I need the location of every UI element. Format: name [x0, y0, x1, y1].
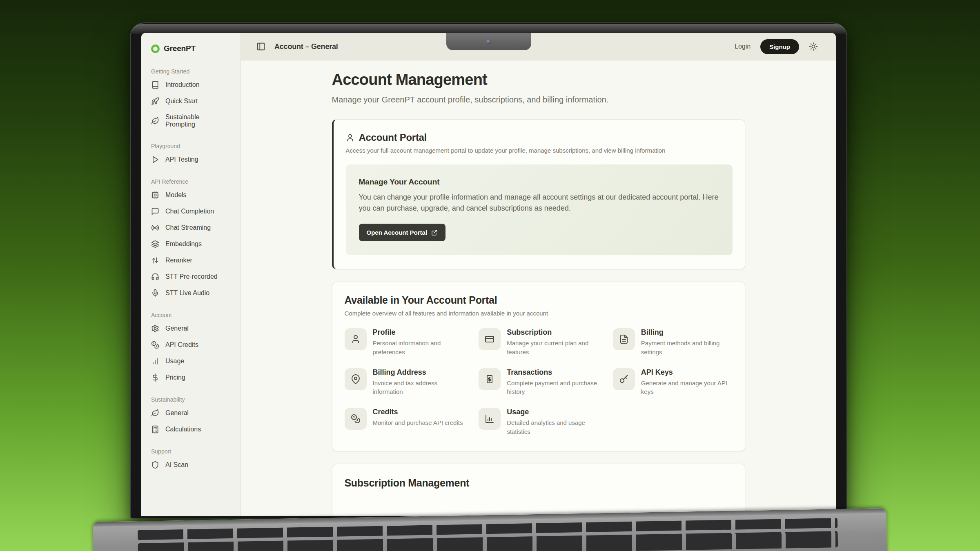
- content-column: Account – General Login Signup Account M…: [241, 33, 836, 516]
- headphones-icon: [151, 273, 159, 281]
- feature-title: Billing Address: [373, 368, 464, 377]
- sidebar-item-label: Reranker: [165, 257, 192, 264]
- sidebar-item-sustainability-general[interactable]: General: [141, 405, 241, 421]
- sidebar-item-label: Models: [165, 191, 187, 199]
- sidebar-section-account: Account General API Credits Usage Pricin…: [141, 312, 241, 386]
- sidebar-item-label: Quick Start: [165, 98, 198, 105]
- sort-arrows-icon: [151, 256, 159, 264]
- sidebar-item-reranker[interactable]: Reranker: [141, 252, 241, 269]
- features-grid: Profile Personal information and prefere…: [345, 328, 733, 436]
- sidebar-section-getting-started: Getting Started Introduction Quick Start…: [141, 68, 241, 132]
- leaf-icon: [151, 409, 159, 417]
- feature-icon-box: [345, 328, 367, 350]
- page-title: Account Management: [332, 71, 745, 89]
- leaf-icon: [151, 117, 159, 125]
- sidebar-item-label: Embeddings: [165, 240, 202, 248]
- sidebar-item-calculations[interactable]: Calculations: [141, 421, 241, 438]
- feature-icon-box: [345, 408, 367, 430]
- feature-icon-box: [479, 408, 501, 430]
- sidebar-item-introduction[interactable]: Introduction: [141, 77, 241, 93]
- sidebar-item-label: Chat Streaming: [165, 224, 211, 231]
- sidebar-item-stt-live-audio[interactable]: STT Live Audio: [141, 285, 241, 301]
- sidebar-item-label: Usage: [165, 358, 184, 365]
- manage-account-body: You can change your profile information …: [359, 192, 719, 214]
- feature-icon-box: [479, 328, 501, 350]
- sidebar-section-api-reference: API Reference Models Chat Completion Cha…: [141, 178, 241, 301]
- credit-card-icon: [485, 334, 494, 344]
- sidebar-item-quick-start[interactable]: Quick Start: [141, 93, 241, 109]
- broadcast-icon: [151, 224, 159, 232]
- feature-profile: Profile Personal information and prefere…: [345, 328, 464, 357]
- feature-credits: Credits Monitor and purchase API credits: [345, 408, 464, 436]
- feature-description: Manage your current plan and features: [507, 339, 598, 357]
- sidebar-item-label: Pricing: [165, 374, 185, 381]
- sidebar-section-label: Playground: [141, 143, 241, 149]
- feature-api-keys: API Keys Generate and manage your API ke…: [613, 368, 733, 397]
- account-portal-card: Account Portal Access your full account …: [332, 119, 745, 269]
- sidebar-item-stt-pre-recorded[interactable]: STT Pre-recorded: [141, 269, 241, 285]
- sidebar-item-chat-completion[interactable]: Chat Completion: [141, 203, 241, 220]
- sidebar-item-usage[interactable]: Usage: [141, 353, 241, 369]
- topbar: Account – General Login Signup: [241, 33, 836, 60]
- sidebar-item-sustainable-prompting[interactable]: Sustainable Prompting: [141, 109, 241, 132]
- portal-features-subtitle: Complete overview of all features and in…: [345, 310, 733, 317]
- sidebar-item-label: Calculations: [165, 426, 201, 433]
- main-content: Account Management Manage your GreenPT a…: [241, 60, 836, 516]
- book-icon: [151, 81, 159, 89]
- sidebar-item-api-credits[interactable]: API Credits: [141, 337, 241, 353]
- feature-description: Generate and manage your API keys: [641, 379, 733, 397]
- sidebar-item-embeddings[interactable]: Embeddings: [141, 236, 241, 252]
- feature-billing: Billing Payment methods and billing sett…: [613, 328, 733, 357]
- feature-subscription: Subscription Manage your current plan an…: [479, 328, 598, 357]
- sidebar-item-label: General: [165, 409, 189, 417]
- laptop-frame: GreenPT Getting Started Introduction Qui…: [130, 22, 847, 518]
- sidebar-item-label: Introduction: [165, 81, 200, 89]
- sidebar-item-label: AI Scan: [165, 461, 188, 469]
- sidebar-item-pricing[interactable]: Pricing: [141, 369, 241, 386]
- sidebar-toggle-icon[interactable]: [256, 42, 265, 51]
- sun-icon[interactable]: [809, 42, 818, 51]
- sidebar-item-api-testing[interactable]: API Testing: [141, 151, 241, 168]
- feature-title: Billing: [641, 328, 733, 337]
- sidebar-item-label: API Testing: [165, 156, 198, 163]
- feature-description: Monitor and purchase API credits: [373, 418, 463, 427]
- feature-description: Invoice and tax address information: [373, 379, 464, 397]
- sidebar-item-ai-scan[interactable]: AI Scan: [141, 457, 241, 473]
- sidebar-item-account-general[interactable]: General: [141, 320, 241, 337]
- open-account-portal-label: Open Account Portal: [367, 229, 428, 236]
- sidebar-section-sustainability: Sustainability General Calculations: [141, 396, 241, 438]
- topbar-actions: Login Signup: [735, 39, 818, 54]
- external-link-icon: [431, 229, 438, 236]
- feature-billing-address: Billing Address Invoice and tax address …: [345, 368, 464, 397]
- open-account-portal-button[interactable]: Open Account Portal: [359, 224, 446, 241]
- file-text-icon: [619, 334, 629, 344]
- subscription-management-card: Subscription Management: [332, 464, 745, 517]
- feature-description: Detailed analytics and usage statistics: [507, 418, 598, 436]
- feature-title: Usage: [507, 408, 598, 416]
- sidebar-item-models[interactable]: Models: [141, 187, 241, 203]
- portal-features-card: Available in Your Account Portal Complet…: [332, 282, 745, 451]
- map-pin-icon: [351, 374, 361, 384]
- person-icon: [346, 133, 354, 142]
- brand-name: GreenPT: [164, 44, 196, 53]
- layers-icon: [151, 240, 159, 248]
- sidebar-item-chat-streaming[interactable]: Chat Streaming: [141, 220, 241, 236]
- brand-logo-icon: [151, 44, 160, 53]
- brand-logo[interactable]: GreenPT: [141, 40, 241, 58]
- manage-account-title: Manage Your Account: [359, 178, 719, 187]
- sidebar-item-label: STT Live Audio: [165, 289, 209, 297]
- feature-usage: Usage Detailed analytics and usage stati…: [479, 408, 598, 436]
- sidebar-section-label: Sustainability: [141, 396, 241, 403]
- sidebar-section-label: Support: [141, 448, 241, 455]
- coins-icon: [351, 414, 361, 424]
- page-subtitle: Manage your GreenPT account profile, sub…: [332, 95, 745, 104]
- login-link[interactable]: Login: [735, 43, 751, 50]
- play-icon: [151, 156, 159, 164]
- microphone-icon: [151, 289, 159, 297]
- signup-button[interactable]: Signup: [760, 39, 799, 54]
- feature-icon-box: [613, 368, 635, 390]
- sidebar-section-label: API Reference: [141, 178, 241, 185]
- feature-title: Credits: [373, 408, 463, 416]
- sidebar-section-label: Getting Started: [141, 68, 241, 75]
- feature-transactions: Transactions Complete payment and purcha…: [479, 368, 598, 397]
